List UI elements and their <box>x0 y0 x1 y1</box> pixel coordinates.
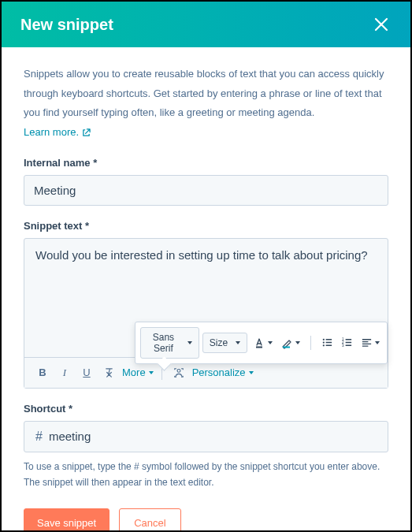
close-icon <box>374 17 388 32</box>
personalization-token-icon <box>173 367 184 378</box>
personalize-button[interactable]: Personalize <box>191 363 255 381</box>
svg-rect-1 <box>256 346 262 348</box>
font-size-select[interactable]: Size <box>202 333 247 353</box>
popover-divider <box>310 336 311 350</box>
shortcut-input-wrap: # <box>24 421 388 452</box>
svg-point-4 <box>323 342 325 344</box>
rich-text-editor: Would you be interested in setting up ti… <box>24 238 388 389</box>
personalize-label: Personalize <box>192 366 246 378</box>
italic-button[interactable]: I <box>54 363 75 383</box>
chevron-down-icon <box>295 341 300 344</box>
snippet-text-label: Snippet text * <box>24 220 388 232</box>
numbered-list-button[interactable]: 123 <box>339 333 355 352</box>
internal-name-input[interactable] <box>24 175 388 206</box>
cancel-button[interactable]: Cancel <box>119 508 180 532</box>
description-copy: Snippets allow you to create reusable bl… <box>24 68 384 118</box>
snippet-text-field: Snippet text * Would you be interested i… <box>24 220 388 389</box>
insert-token-button[interactable] <box>169 363 189 383</box>
description-text: Snippets allow you to create reusable bl… <box>24 65 388 143</box>
chevron-down-icon <box>149 371 154 374</box>
svg-rect-2 <box>283 346 290 348</box>
shortcut-helper-text: To use a snippet, type the # symbol foll… <box>24 459 388 491</box>
external-link-icon <box>82 128 91 137</box>
font-family-select[interactable]: Sans Serif <box>140 327 199 359</box>
dialog-body: Snippets allow you to create reusable bl… <box>2 47 410 532</box>
save-button[interactable]: Save snippet <box>24 508 109 532</box>
highlight-icon <box>280 337 293 349</box>
font-family-label: Sans Serif <box>147 332 180 354</box>
numbered-list-icon: 123 <box>341 337 353 348</box>
svg-point-3 <box>323 339 325 340</box>
chevron-down-icon <box>236 341 240 344</box>
internal-name-label: Internal name * <box>24 157 388 169</box>
chevron-down-icon <box>375 341 380 344</box>
highlight-color-button[interactable] <box>278 333 303 352</box>
clear-format-icon <box>103 366 115 378</box>
font-size-label: Size <box>210 337 228 348</box>
dialog-title: New snippet <box>20 16 113 34</box>
learn-more-link[interactable]: Learn more. <box>24 123 91 143</box>
bold-button[interactable]: B <box>32 363 53 383</box>
shortcut-input[interactable] <box>47 422 388 451</box>
chevron-down-icon <box>249 371 254 374</box>
chevron-down-icon <box>268 341 273 344</box>
svg-point-5 <box>323 344 325 346</box>
bullet-list-icon <box>321 337 333 348</box>
chevron-down-icon <box>187 341 192 344</box>
align-button[interactable] <box>358 333 382 352</box>
more-menu-button[interactable]: More <box>121 363 155 381</box>
svg-text:3: 3 <box>342 344 344 348</box>
text-color-button[interactable] <box>251 333 275 352</box>
more-label: More <box>122 366 146 378</box>
dialog-actions: Save snippet Cancel <box>24 508 388 532</box>
svg-point-0 <box>177 369 180 372</box>
internal-name-field: Internal name * <box>24 157 388 206</box>
shortcut-field: Shortcut * # To use a snippet, type the … <box>24 403 388 491</box>
align-left-icon <box>361 337 373 348</box>
close-button[interactable] <box>371 14 392 35</box>
learn-more-label: Learn more. <box>24 123 79 143</box>
editor-toolbar: B I U More Personalize <box>24 357 388 388</box>
shortcut-label: Shortcut * <box>24 403 388 415</box>
formatting-popover: Sans Serif Size <box>135 322 388 364</box>
underline-button[interactable]: U <box>76 363 97 383</box>
clear-formatting-button[interactable] <box>98 363 119 383</box>
bullet-list-button[interactable] <box>319 333 336 352</box>
shortcut-prefix: # <box>24 422 47 452</box>
dialog-header: New snippet <box>2 2 410 47</box>
text-color-icon <box>253 337 265 349</box>
